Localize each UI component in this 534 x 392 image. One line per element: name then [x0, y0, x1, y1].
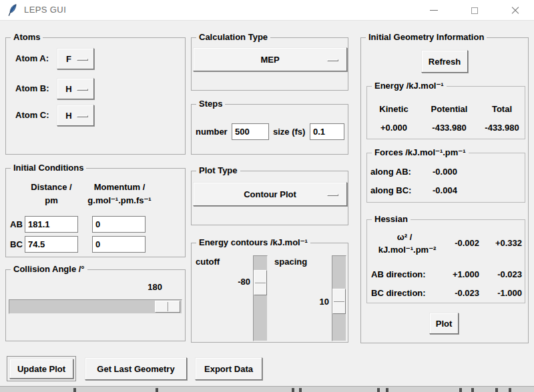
update-plot-label: Update Plot — [17, 364, 65, 374]
plot-button-label: Plot — [436, 319, 453, 329]
energy-title: Energy /kJ.mol⁻¹ — [372, 80, 447, 92]
steps-number-input[interactable] — [232, 123, 269, 140]
atoms-group-title: Atoms — [11, 31, 43, 43]
calculation-type-select[interactable]: MEP — [193, 47, 347, 71]
plot-button[interactable]: Plot — [429, 313, 459, 334]
plot-edge-mark — [156, 388, 158, 392]
distance-header-line1: Distance / — [23, 182, 79, 192]
optionmenu-indicator-icon — [77, 115, 88, 117]
hessian-bc-value-1: -0.023 — [445, 288, 479, 298]
hessian-subgroup: Hessian ω² / kJ.mol⁻¹.pm⁻² -0.002 +0.332… — [366, 219, 525, 303]
cutoff-slider[interactable] — [253, 255, 268, 341]
refresh-button-label: Refresh — [429, 57, 461, 67]
tk-feather-icon — [7, 3, 19, 17]
atom-c-select[interactable]: H — [57, 105, 94, 126]
maximize-button[interactable] — [459, 0, 490, 21]
optionmenu-indicator-icon — [327, 194, 338, 196]
cutoff-label: cutoff — [196, 257, 220, 267]
force-bc-value: -0.004 — [433, 185, 457, 195]
refresh-button[interactable]: Refresh — [421, 50, 468, 73]
plot-type-select[interactable]: Contour Plot — [193, 182, 347, 206]
collision-angle-title: Collision Angle /° — [11, 263, 87, 275]
steps-group: Steps number size (fs) — [191, 104, 348, 155]
atom-a-label: Atom A: — [15, 48, 49, 69]
window-titlebar: LEPS GUI — [0, 0, 534, 21]
bc-momentum-input[interactable] — [92, 236, 146, 253]
atom-b-value: H — [65, 84, 71, 94]
update-plot-focus-ring: Update Plot — [7, 356, 76, 381]
plot-edge-mark — [495, 388, 498, 392]
collision-angle-slider[interactable] — [9, 299, 182, 314]
atom-a-select[interactable]: F — [57, 48, 94, 69]
hessian-omega-label-line1: ω² / — [367, 232, 442, 242]
optionmenu-indicator-icon — [77, 59, 88, 61]
momentum-header-line2: g.mol⁻¹.pm.fs⁻¹ — [81, 195, 158, 205]
row-ab-label: AB — [10, 216, 23, 233]
steps-title: Steps — [196, 98, 225, 110]
atom-b-select[interactable]: H — [57, 78, 94, 99]
geometry-info-title: Initial Geometry Information — [366, 31, 487, 43]
hessian-omega-label-line2: kJ.mol⁻¹.pm⁻² — [367, 245, 447, 255]
calculation-type-group: Calculation Type MEP — [191, 37, 348, 91]
energy-header-total: Total — [478, 104, 526, 114]
spacing-slider[interactable] — [332, 255, 346, 341]
minimize-button[interactable] — [419, 0, 449, 21]
ab-momentum-input[interactable] — [92, 216, 146, 233]
close-icon — [511, 6, 520, 15]
forces-title: Forces /kJ.mol⁻¹.pm⁻¹ — [372, 147, 469, 159]
initial-conditions-group: Initial Conditions Distance / pm Momentu… — [5, 168, 186, 257]
hessian-bc-value-2: -1.000 — [482, 288, 522, 298]
steps-size-label: size (fs) — [273, 123, 305, 140]
row-bc-label: BC — [10, 236, 23, 253]
steps-number-label: number — [196, 123, 228, 140]
get-last-geometry-label: Get Last Geometry — [97, 364, 174, 374]
steps-size-input[interactable] — [310, 123, 344, 140]
initial-conditions-title: Initial Conditions — [11, 162, 86, 174]
energy-contours-group: Energy contours /kJ.mol⁻¹ cutoff spacing… — [191, 243, 348, 343]
energy-contours-title: Energy contours /kJ.mol⁻¹ — [196, 237, 310, 249]
calculation-type-value: MEP — [260, 55, 279, 65]
cutoff-slider-handle[interactable] — [254, 270, 267, 295]
spacing-value: 10 — [300, 297, 329, 307]
cutoff-value: -80 — [218, 277, 250, 287]
spacing-label: spacing — [274, 257, 307, 267]
force-bc-label: along BC: — [370, 185, 411, 195]
background-window-edge — [0, 386, 534, 392]
energy-potential-value: -433.980 — [421, 123, 478, 133]
bc-distance-input[interactable] — [25, 236, 78, 253]
maximize-icon — [471, 7, 478, 14]
plot-edge-mark — [292, 388, 294, 392]
plot-edge-mark — [299, 388, 302, 392]
export-data-label: Export Data — [204, 364, 253, 374]
update-plot-button[interactable]: Update Plot — [9, 359, 73, 379]
plot-edge-mark — [73, 388, 76, 392]
hessian-ab-label: AB direction: — [371, 269, 426, 279]
optionmenu-indicator-icon — [77, 89, 88, 91]
close-button[interactable] — [500, 0, 531, 21]
atom-c-label: Atom C: — [15, 105, 49, 126]
energy-header-potential: Potential — [421, 104, 478, 114]
plot-edge-mark — [386, 388, 388, 392]
collision-angle-slider-handle[interactable] — [155, 301, 180, 313]
spacing-slider-handle[interactable] — [332, 289, 346, 314]
plot-type-title: Plot Type — [196, 165, 240, 177]
hessian-title: Hessian — [372, 213, 411, 225]
plot-edge-mark — [509, 388, 511, 392]
plot-edge-mark — [459, 388, 462, 392]
optionmenu-indicator-icon — [327, 59, 338, 61]
get-last-geometry-button[interactable]: Get Last Geometry — [85, 357, 187, 380]
momentum-header-line1: Momentum / — [81, 182, 158, 192]
hessian-omega-value-2: +0.332 — [482, 238, 522, 248]
calculation-type-title: Calculation Type — [196, 31, 270, 43]
hessian-ab-value-1: +1.000 — [445, 269, 479, 279]
atoms-group: Atoms Atom A: F Atom B: H Atom C: H — [5, 37, 186, 155]
collision-angle-group: Collision Angle /° 180 — [5, 269, 186, 341]
export-data-button[interactable]: Export Data — [195, 357, 262, 380]
ab-distance-input[interactable] — [25, 216, 78, 233]
hessian-omega-value-1: -0.002 — [445, 238, 479, 248]
hessian-bc-label: BC direction: — [371, 288, 426, 298]
atom-a-value: F — [66, 54, 71, 64]
forces-subgroup: Forces /kJ.mol⁻¹.pm⁻¹ along AB: -0.000 a… — [366, 153, 525, 203]
minimize-icon — [430, 10, 438, 11]
atom-b-label: Atom B: — [15, 78, 49, 99]
